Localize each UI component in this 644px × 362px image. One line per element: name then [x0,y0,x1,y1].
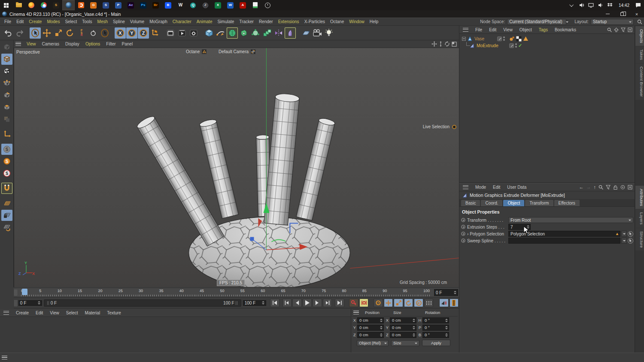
material-menu-item[interactable]: View [46,311,63,315]
taskbar-app-firefox[interactable] [25,0,37,10]
enabled-check-icon[interactable]: ✓ [518,43,522,48]
autokey-button[interactable] [359,299,369,307]
menu-item[interactable]: Spline [110,19,128,24]
goto-end-button[interactable] [335,299,344,307]
panel-tab[interactable]: Layers [635,209,644,228]
move-tool[interactable] [41,27,52,39]
add-subdivision-surface-button[interactable] [227,27,238,39]
taskbar-app-quixel[interactable]: Q [187,0,199,10]
previous-key-button[interactable] [283,299,292,307]
coords-size-dropdown[interactable]: Size [391,340,419,346]
object-manager-hamburger-icon[interactable] [463,28,468,32]
key-parameter-toggle[interactable]: P [414,299,423,307]
viewport-solo-hierarchy-button[interactable]: S [1,168,12,179]
object-manager-menu-item[interactable]: Object [516,27,535,32]
size-field[interactable]: 0 cm [390,325,416,331]
transport-grip[interactable] [14,300,17,306]
render-settings-button[interactable] [188,27,199,39]
menu-item[interactable]: Tools [79,19,94,24]
coords-mode-dropdown[interactable]: Object (Rel) [357,340,389,346]
animation-toggle-icon[interactable] [461,225,465,229]
am-search-icon[interactable] [598,185,603,190]
object-row-vase[interactable]: Vase [459,35,635,42]
workplane-button[interactable] [1,198,12,209]
dropbox-icon[interactable] [606,0,614,10]
rotation-field[interactable]: 0 ° [422,325,449,331]
attribute-tab[interactable]: Basic [461,200,480,206]
frame-start-spinner[interactable]: 0 F [18,300,42,306]
attribute-tab[interactable]: Transform [525,200,553,206]
tray-chevron-icon[interactable] [568,0,577,10]
viewport-solo-single-button[interactable]: S [1,156,12,167]
viewport-menu-item[interactable]: View [24,42,39,46]
network-display-icon[interactable] [587,0,595,10]
taskbar-app-photoshop[interactable]: Ps [137,0,149,10]
y-axis-lock-button[interactable]: Y [126,27,137,39]
object-manager-menu-item[interactable]: View [500,27,516,32]
preview-range-slider[interactable]: 0 F100 F [44,299,241,307]
object-manager-menu-item[interactable]: Tags [535,27,551,32]
viewport-menu-item[interactable]: Display [62,42,82,46]
previous-frame-button[interactable] [292,299,302,307]
record-keyframe-button[interactable] [349,299,358,307]
size-field[interactable]: 0 cm [390,317,416,323]
texture-mode-button[interactable] [1,66,12,77]
position-field[interactable]: 0 cm [357,332,384,338]
menu-item[interactable]: Render [256,19,276,24]
object-manager-menu-item[interactable]: Bookmarks [551,27,580,32]
taskbar-app-shield-s[interactable]: S [100,0,112,10]
add-light-button[interactable] [323,27,334,39]
speaker-icon[interactable] [596,0,605,10]
undo-button[interactable] [3,27,14,39]
ruler-strip[interactable]: 0510152025303540455055606570758085909510… [18,288,433,297]
selection-tool-alt[interactable] [99,27,110,39]
apply-button[interactable]: Apply [422,340,450,346]
am-track-icon[interactable] [620,185,625,190]
rotate-tool[interactable] [64,27,76,39]
panel-tab[interactable]: Attributes [635,186,644,209]
size-field[interactable]: 0 cm [390,332,416,338]
action-center-icon[interactable] [634,0,642,10]
sweep-spline-field[interactable] [508,238,620,244]
material-list-area[interactable] [0,317,351,352]
taskbar-app-acrobat[interactable]: A [237,0,249,10]
material-hamburger-icon[interactable] [3,311,9,315]
panel-tab[interactable]: Structure [635,228,644,251]
key-position-toggle[interactable] [384,299,393,307]
animation-toggle-icon[interactable] [461,232,465,236]
sweep-spline-dropdown-icon[interactable] [621,238,627,244]
point-mode-button[interactable] [1,78,12,89]
animation-toggle-icon[interactable] [461,238,465,243]
viewport-hamburger-icon[interactable] [15,42,21,46]
renderer-button[interactable]: Octane [186,49,207,54]
menu-item[interactable]: X-Particles [302,19,328,24]
attribute-menu-item[interactable]: Mode [472,185,489,190]
taskbar-app-shield-p[interactable]: P [112,0,125,10]
polygon-selection-field[interactable]: Polygon Selection▲ [508,231,620,237]
menu-item[interactable]: File [2,19,14,24]
lock-workplane-button[interactable] [1,210,12,221]
extrusion-steps-field[interactable]: 7 [508,224,531,230]
menu-item[interactable]: Simulate [215,19,237,24]
taskbar-app-file-explorer[interactable] [12,0,25,10]
taskbar-app-clock-app[interactable] [261,0,274,10]
menu-item[interactable]: Window [346,19,367,24]
expand-toggle-icon[interactable] [462,37,466,41]
camera-move-icon[interactable] [250,49,256,54]
taskbar-app-behance[interactable]: B [162,0,174,10]
material-menu-item[interactable]: Material [82,311,104,315]
attribute-tab[interactable]: Effectors [554,200,580,206]
om-add-icon[interactable] [628,27,632,32]
add-symmetry-button[interactable] [273,27,284,39]
object-row-moextrude[interactable]: MoExtrude ✓ [459,42,635,49]
taskbar-app-zbrush[interactable]: Z [199,0,212,10]
polygon-selection-dropdown-icon[interactable] [621,231,627,237]
menu-item[interactable]: Edit [14,19,26,24]
panel-tab[interactable]: Content Browser [635,63,644,100]
object-name[interactable]: Vase [474,36,484,41]
keying-settings-button[interactable] [374,299,383,307]
object-name[interactable]: MoExtrude [477,43,498,48]
menu-item[interactable]: Tracker [237,19,256,24]
taskbar-app-start[interactable] [0,0,12,10]
renderer-settings-icon[interactable] [201,49,207,54]
